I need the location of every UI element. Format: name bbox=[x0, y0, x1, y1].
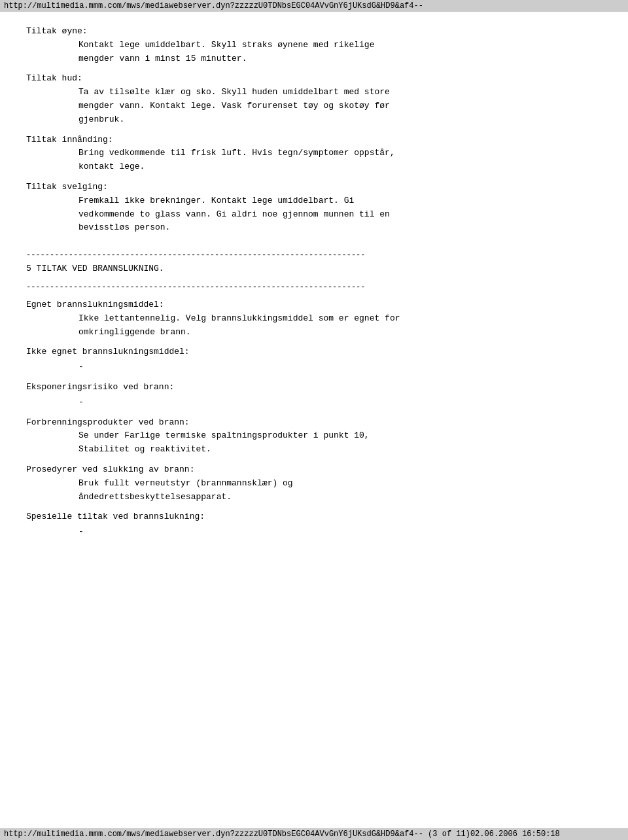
spesielle-section: Spesielle tiltak ved brannslukning: - bbox=[26, 510, 602, 539]
tiltak-hud-section: Tiltak hud: Ta av tilsølte klær og sko. … bbox=[26, 72, 602, 126]
top-bar: http://multimedia.mmm.com/mws/mediawebse… bbox=[0, 0, 628, 12]
tiltak-hud-title: Tiltak hud: bbox=[26, 72, 602, 86]
tiltak-hud-line1: Ta av tilsølte klær og sko. Skyll huden … bbox=[78, 86, 602, 99]
tiltak-svelging-title: Tiltak svelging: bbox=[26, 181, 602, 194]
ikke-egnet-dash: - bbox=[78, 360, 602, 374]
tiltak-svelging-line3: bevisstløs person. bbox=[78, 221, 602, 235]
ikke-egnet-section: Ikke egnet brannslukningsmiddel: - bbox=[26, 345, 602, 374]
bottom-bar-text: http://multimedia.mmm.com/mws/mediawebse… bbox=[4, 830, 560, 839]
egnet-line1: Ikke lettantennelig. Velg brannslukkings… bbox=[78, 312, 602, 326]
tiltak-hud-line3: gjenbruk. bbox=[78, 113, 602, 127]
eksponering-title: Eksponeringsrisiko ved brann: bbox=[26, 381, 602, 394]
prosedyrer-line2: åndedrettsbeskyttelsesapparat. bbox=[78, 491, 602, 504]
tiltak-innanding-title: Tiltak innånding: bbox=[26, 133, 602, 147]
tiltak-hud-line2: mengder vann. Kontakt lege. Vask foruren… bbox=[78, 99, 602, 113]
bottom-bar: http://multimedia.mmm.com/mws/mediawebse… bbox=[0, 828, 628, 840]
forbrenning-line1: Se under Farlige termiske spaltningsprod… bbox=[78, 429, 602, 443]
prosedyrer-title: Prosedyrer ved slukking av brann: bbox=[26, 463, 602, 477]
eksponering-section: Eksponeringsrisiko ved brann: - bbox=[26, 381, 602, 410]
prosedyrer-section: Prosedyrer ved slukking av brann: Bruk f… bbox=[26, 463, 602, 504]
tiltak-oyne-line2: mengder vann i minst 15 minutter. bbox=[78, 52, 602, 66]
tiltak-svelging-line1: Fremkall ikke brekninger. Kontakt lege u… bbox=[78, 194, 602, 208]
forbrenning-title: Forbrenningsprodukter ved brann: bbox=[26, 416, 602, 430]
spesielle-dash: - bbox=[78, 525, 602, 539]
tiltak-svelging-line2: vedkommende to glass vann. Gi aldri noe … bbox=[78, 208, 602, 222]
tiltak-oyne-line1: Kontakt lege umiddelbart. Skyll straks ø… bbox=[78, 39, 602, 52]
egnet-title: Egnet brannslukningsmiddel: bbox=[26, 298, 602, 312]
tiltak-oyne-section: Tiltak øyne: Kontakt lege umiddelbart. S… bbox=[26, 25, 602, 65]
section5-title: 5 TILTAK VED BRANNSLUKNING. bbox=[26, 262, 602, 276]
egnet-section: Egnet brannslukningsmiddel: Ikke lettant… bbox=[26, 298, 602, 339]
tiltak-svelging-section: Tiltak svelging: Fremkall ikke brekninge… bbox=[26, 181, 602, 235]
ikke-egnet-title: Ikke egnet brannslukningsmiddel: bbox=[26, 345, 602, 359]
prosedyrer-line1: Bruk fullt verneutstyr (brannmannsklær) … bbox=[78, 477, 602, 491]
divider-line-2: ----------------------------------------… bbox=[26, 283, 602, 292]
url-text: http://multimedia.mmm.com/mws/mediawebse… bbox=[4, 1, 423, 10]
divider-line-1: ----------------------------------------… bbox=[26, 251, 602, 260]
tiltak-innanding-line2: kontakt lege. bbox=[78, 160, 602, 174]
egnet-line2: omkringliggende brann. bbox=[78, 326, 602, 340]
forbrenning-line2: Stabilitet og reaktivitet. bbox=[78, 443, 602, 457]
eksponering-dash: - bbox=[78, 396, 602, 410]
spesielle-title: Spesielle tiltak ved brannslukning: bbox=[26, 510, 602, 524]
tiltak-oyne-title: Tiltak øyne: bbox=[26, 25, 602, 39]
forbrenning-section: Forbrenningsprodukter ved brann: Se unde… bbox=[26, 416, 602, 457]
tiltak-innanding-line1: Bring vedkommende til frisk luft. Hvis t… bbox=[78, 147, 602, 160]
tiltak-innanding-section: Tiltak innånding: Bring vedkommende til … bbox=[26, 133, 602, 174]
